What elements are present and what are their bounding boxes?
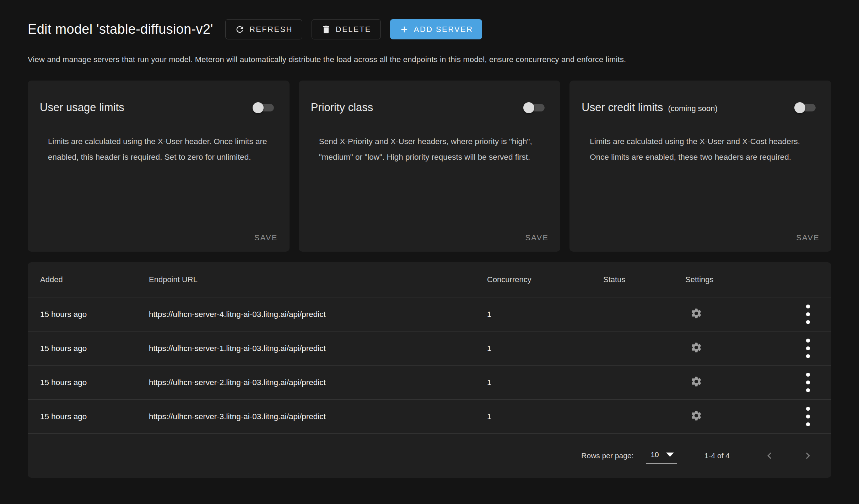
card-title-suffix: (coming soon) xyxy=(668,104,717,113)
card-title-wrap: Priority class xyxy=(311,101,373,114)
cell-status xyxy=(603,412,685,421)
user-credit-limits-toggle[interactable] xyxy=(794,101,817,114)
card-body-text: Limits are calculated using the X-User h… xyxy=(28,134,290,165)
card-title-wrap: User usage limits xyxy=(40,101,124,114)
cell-concurrency: 1 xyxy=(487,310,603,319)
card-title-wrap: User credit limits (coming soon) xyxy=(582,101,717,114)
servers-table: Added Endpoint URL Concurrency Status Se… xyxy=(28,262,831,478)
table-body: 15 hours ago https://ulhcn-server-4.litn… xyxy=(28,297,831,433)
page-header: Edit model 'stable-diffusion-v2' REFRESH… xyxy=(28,19,831,39)
cell-endpoint-url: https://ulhcn-server-1.litng-ai-03.litng… xyxy=(149,344,487,353)
rows-per-page-value: 10 xyxy=(650,450,659,459)
column-header-concurrency: Concurrency xyxy=(487,275,603,284)
chevron-left-icon xyxy=(763,449,776,462)
table-row: 15 hours ago https://ulhcn-server-4.litn… xyxy=(28,297,831,331)
save-button[interactable]: SAVE xyxy=(254,233,278,242)
settings-cards: User usage limits Limits are calculated … xyxy=(28,81,831,252)
cell-endpoint-url: https://ulhcn-server-2.litng-ai-03.litng… xyxy=(149,378,487,387)
rows-per-page-select[interactable]: 10 xyxy=(646,448,676,464)
card-priority-class: Priority class Send X-Priority and X-Use… xyxy=(299,81,561,252)
cell-settings xyxy=(685,410,778,424)
rows-per-page-label: Rows per page: xyxy=(581,451,633,460)
table-row: 15 hours ago https://ulhcn-server-2.litn… xyxy=(28,365,831,399)
previous-page-button[interactable] xyxy=(760,447,779,465)
table-header-row: Added Endpoint URL Concurrency Status Se… xyxy=(28,262,831,297)
card-title: Priority class xyxy=(311,101,373,114)
page-description: View and manage servers that run your mo… xyxy=(28,55,831,64)
add-server-button-label: ADD SERVER xyxy=(414,25,473,34)
card-title: User usage limits xyxy=(40,101,124,114)
cell-status xyxy=(603,378,685,387)
toggle-knob xyxy=(523,102,534,113)
card-body-text: Limits are calculated using the X-User a… xyxy=(569,134,831,165)
refresh-button-label: REFRESH xyxy=(249,25,293,34)
dropdown-arrow-icon xyxy=(666,453,674,457)
row-menu-button[interactable] xyxy=(805,337,811,360)
kebab-icon xyxy=(806,407,810,426)
cell-added: 15 hours ago xyxy=(40,378,149,387)
cell-settings xyxy=(685,341,778,356)
next-page-button[interactable] xyxy=(799,447,817,465)
card-user-usage-limits: User usage limits Limits are calculated … xyxy=(28,81,290,252)
delete-button[interactable]: DELETE xyxy=(312,19,381,39)
cell-added: 15 hours ago xyxy=(40,310,149,319)
kebab-icon xyxy=(806,339,810,358)
kebab-icon xyxy=(806,305,810,324)
server-settings-button[interactable] xyxy=(690,341,702,354)
cell-endpoint-url: https://ulhcn-server-3.litng-ai-03.litng… xyxy=(149,412,487,421)
refresh-icon xyxy=(235,24,245,34)
toggle-knob xyxy=(253,102,264,113)
pagination-range: 1-4 of 4 xyxy=(704,451,730,460)
user-usage-limits-toggle[interactable] xyxy=(253,101,275,114)
delete-button-label: DELETE xyxy=(336,25,371,34)
cell-endpoint-url: https://ulhcn-server-4.litng-ai-03.litng… xyxy=(149,310,487,319)
card-title: User credit limits xyxy=(582,101,663,114)
card-body-text: Send X-Priority and X-User headers, wher… xyxy=(299,134,561,165)
cell-added: 15 hours ago xyxy=(40,412,149,421)
cell-settings xyxy=(685,307,778,322)
server-settings-button[interactable] xyxy=(690,410,702,422)
header-buttons: REFRESH DELETE ADD SERVER xyxy=(225,19,492,39)
gear-icon xyxy=(690,307,702,319)
card-header: User credit limits (coming soon) xyxy=(569,81,831,114)
column-header-endpoint-url: Endpoint URL xyxy=(149,275,487,284)
cell-settings xyxy=(685,376,778,390)
gear-icon xyxy=(690,410,702,422)
cell-concurrency: 1 xyxy=(487,344,603,353)
column-header-added: Added xyxy=(40,275,149,284)
card-header: Priority class xyxy=(299,81,561,114)
chevron-right-icon xyxy=(801,449,814,462)
priority-class-toggle[interactable] xyxy=(523,101,546,114)
column-header-settings: Settings xyxy=(685,275,778,284)
save-button[interactable]: SAVE xyxy=(525,233,549,242)
cell-added: 15 hours ago xyxy=(40,344,149,353)
cell-status xyxy=(603,310,685,319)
page-title: Edit model 'stable-diffusion-v2' xyxy=(28,22,213,37)
row-menu-button[interactable] xyxy=(805,405,811,428)
cell-row-menu xyxy=(805,371,831,394)
cell-row-menu xyxy=(805,303,831,325)
page-root: Edit model 'stable-diffusion-v2' REFRESH… xyxy=(0,0,859,478)
row-menu-button[interactable] xyxy=(805,371,811,394)
cell-concurrency: 1 xyxy=(487,378,603,387)
toggle-knob xyxy=(794,102,805,113)
server-settings-button[interactable] xyxy=(690,307,702,319)
card-header: User usage limits xyxy=(28,81,290,114)
cell-row-menu xyxy=(805,337,831,360)
save-button[interactable]: SAVE xyxy=(796,233,820,242)
plus-icon xyxy=(399,24,409,34)
card-user-credit-limits: User credit limits (coming soon) Limits … xyxy=(569,81,831,252)
add-server-button[interactable]: ADD SERVER xyxy=(390,19,482,39)
cell-row-menu xyxy=(805,405,831,428)
cell-status xyxy=(603,344,685,353)
table-row: 15 hours ago https://ulhcn-server-1.litn… xyxy=(28,331,831,365)
table-row: 15 hours ago https://ulhcn-server-3.litn… xyxy=(28,399,831,433)
gear-icon xyxy=(690,341,702,354)
server-settings-button[interactable] xyxy=(690,376,702,388)
row-menu-button[interactable] xyxy=(805,303,811,325)
gear-icon xyxy=(690,376,702,388)
table-pagination: Rows per page: 10 1-4 of 4 xyxy=(28,433,831,478)
refresh-button[interactable]: REFRESH xyxy=(225,19,302,39)
kebab-icon xyxy=(806,373,810,392)
trash-icon xyxy=(321,24,331,34)
